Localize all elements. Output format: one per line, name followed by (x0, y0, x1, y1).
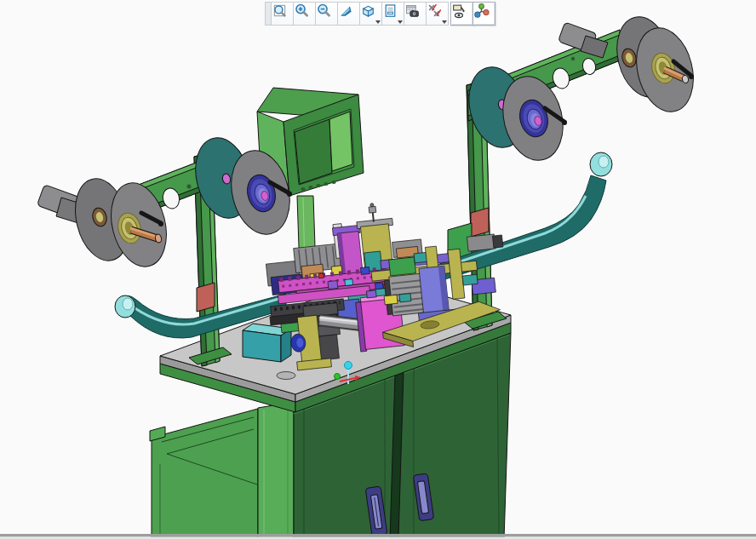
dropdown-caret-icon[interactable] (375, 20, 381, 24)
datum-display-button[interactable] (426, 2, 449, 26)
spin-center-button[interactable] (472, 2, 495, 26)
datum-axes-icon (427, 3, 443, 19)
graphics-toolbar (265, 2, 495, 26)
spin-center-nodes-icon (473, 3, 490, 19)
saved-orientations-button[interactable] (359, 2, 382, 26)
model-canvas[interactable] (0, 0, 756, 539)
cube-icon (360, 3, 376, 19)
cabinet-corner-post (258, 402, 294, 539)
zoom-out-button[interactable] (315, 2, 338, 26)
dropdown-caret-icon[interactable] (398, 20, 403, 24)
cad-viewport[interactable] (0, 0, 756, 539)
annotation-eye-icon (451, 3, 467, 19)
repaint-wedge-icon (338, 3, 354, 19)
annotation-display-button[interactable] (450, 2, 473, 26)
display-style-button[interactable] (381, 2, 404, 26)
bottom-border (0, 534, 756, 537)
document-icon (382, 3, 398, 19)
dropdown-caret-icon[interactable] (442, 20, 447, 24)
z-axis-node (345, 362, 352, 370)
magnifier-box-icon (272, 3, 288, 19)
table-camera-icon (404, 3, 421, 19)
left-post-bracket (197, 283, 215, 312)
y-axis-node (335, 374, 341, 380)
right-post-bracket (471, 208, 489, 237)
magnifier-minus-icon (316, 3, 332, 19)
repaint-button[interactable] (337, 2, 360, 26)
magnifier-plus-icon (294, 3, 310, 19)
zoom-in-button[interactable] (293, 2, 316, 26)
image-capture-button[interactable] (404, 2, 427, 26)
refit-button[interactable] (271, 2, 294, 26)
